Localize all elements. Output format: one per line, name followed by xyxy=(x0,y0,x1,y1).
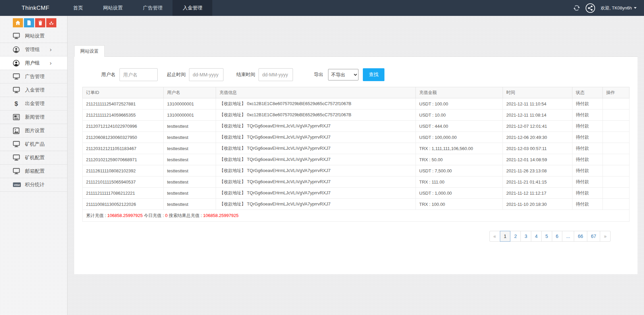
chevron-right-icon: › xyxy=(50,60,52,66)
sidebar-item-8[interactable]: 矿机产品 xyxy=(0,138,67,151)
monitor-icon xyxy=(13,33,21,39)
trash-icon[interactable] xyxy=(35,18,45,27)
pagination-prev[interactable]: « xyxy=(489,231,500,242)
cumulative-value: 106858.25997925 xyxy=(107,213,143,218)
table-body: 21121111125407252788113100000001【收款地址】 0… xyxy=(83,98,629,210)
content-card: 用户名 起止时间 结束时间 导出 不导出 查找 订单ID用户名充值信息充值金额时… xyxy=(74,56,638,274)
dollar-icon: $ xyxy=(13,100,21,107)
search-button[interactable]: 查找 xyxy=(363,68,384,81)
sidebar-item-label: 入金管理 xyxy=(25,87,45,93)
today-label: 今日充值 : xyxy=(143,213,165,218)
file-icon[interactable] xyxy=(24,18,34,27)
pagination-page-66[interactable]: 66 xyxy=(574,231,587,242)
search-total-value: 106858.25997925 xyxy=(203,213,239,218)
action-cell xyxy=(603,154,629,165)
action-cell xyxy=(603,121,629,132)
orders-table: 订单ID用户名充值信息充值金额时间状态操作 211211111254072527… xyxy=(82,87,629,210)
amount-cell: USDT : 100,000.00 xyxy=(416,132,503,143)
monitor-icon xyxy=(13,154,21,161)
amount-cell: TRX : 100.00 xyxy=(416,199,503,210)
column-header-4: 时间 xyxy=(503,87,572,98)
brand-logo[interactable]: ThinkCMF xyxy=(0,0,63,16)
table-row: 211110081130052122026testtesttest【收款地址】 … xyxy=(83,199,629,210)
visa-icon: VISA xyxy=(13,182,21,188)
status-cell: 待付款 xyxy=(572,165,603,176)
user-icon xyxy=(13,46,21,53)
tab-site-settings[interactable]: 网站设置 xyxy=(74,45,105,57)
nav-item-0[interactable]: 首页 xyxy=(63,0,93,16)
top-navbar: ThinkCMF 首页网站设置广告管理入金管理 欢迎, TK08yn6h xyxy=(0,0,644,16)
sidebar-item-5[interactable]: $出金管理 xyxy=(0,97,67,111)
recharge-info-cell: 【收款地址】 TQrGg6oeavEHrmLJcVLiVgVA7yprrvRXJ… xyxy=(216,143,416,154)
sidebar-item-4[interactable]: 入金管理 xyxy=(0,83,67,97)
pagination-page-3[interactable]: 3 xyxy=(520,231,531,242)
refresh-icon[interactable] xyxy=(573,5,580,11)
order-id-cell: 211201021259070668971 xyxy=(83,154,164,165)
time-cell: 2021-11-10 20:18:30 xyxy=(503,199,572,210)
pagination-page-6[interactable]: 6 xyxy=(552,231,563,242)
sidebar-item-3[interactable]: 广告管理 xyxy=(0,70,67,83)
recharge-info-cell: 【收款地址】 TQrGg6oeavEHrmLJcVLiVgVA7yprrvRXJ… xyxy=(216,176,416,188)
table-row: 211126111108082102392testtesttest【收款地址】 … xyxy=(83,165,629,176)
sidebar-item-0[interactable]: 网站设置 xyxy=(0,29,67,43)
column-header-5: 状态 xyxy=(572,87,603,98)
sidebar-item-11[interactable]: VISA积分统计 xyxy=(0,178,67,192)
table-row: 211112111117086212221testtesttest【收款地址】 … xyxy=(83,188,629,199)
username-input[interactable] xyxy=(119,68,158,81)
pagination-page-2[interactable]: 2 xyxy=(510,231,521,242)
sidebar-item-label: 新闻管理 xyxy=(25,114,45,120)
order-id-cell: 211121011115065940537 xyxy=(83,176,164,188)
username-cell: testtesttest xyxy=(164,188,216,199)
table-row: 211121011115065940537testtesttest【收款地址】 … xyxy=(83,176,629,188)
end-time-label: 结束时间 xyxy=(236,72,255,78)
end-date-input[interactable] xyxy=(259,68,293,81)
pagination-page-1[interactable]: 1 xyxy=(500,231,511,242)
nav-item-1[interactable]: 网站设置 xyxy=(93,0,133,16)
time-cell: 2021-11-26 23:13:08 xyxy=(503,165,572,176)
filter-form: 用户名 起止时间 结束时间 导出 不导出 查找 xyxy=(82,68,629,81)
sidebar-item-label: 矿机配置 xyxy=(25,154,45,161)
user-menu[interactable]: 欢迎, TK08yn6h xyxy=(601,5,637,11)
sidebar-item-label: 积分统计 xyxy=(25,181,45,188)
sidebar-item-2[interactable]: 用户组› xyxy=(0,56,67,70)
export-select[interactable]: 不导出 xyxy=(328,69,358,80)
home-icon[interactable] xyxy=(13,18,23,27)
recharge-info-cell: 【收款地址】 TQrGg6oeavEHrmLJcVLiVgVA7yprrvRXJ… xyxy=(216,154,416,165)
table-row: 21121111125407252788113100000001【收款地址】 0… xyxy=(83,98,629,110)
tab-bar: 网站设置 xyxy=(74,45,638,56)
news-icon xyxy=(13,114,21,120)
sidebar-item-label: 管理组 xyxy=(25,46,40,53)
pagination-page-67[interactable]: 67 xyxy=(587,231,600,242)
time-cell: 2021-12-06 20:49:30 xyxy=(503,132,572,143)
start-date-input[interactable] xyxy=(189,68,223,81)
user-icon xyxy=(13,60,21,67)
sidebar-item-7[interactable]: 图片设置 xyxy=(0,124,67,138)
cumulative-label: 累计充值 : xyxy=(86,213,107,218)
navbar-menu: 首页网站设置广告管理入金管理 xyxy=(63,0,212,16)
recharge-info-cell: 【收款地址】 TQrGg6oeavEHrmLJcVLiVgVA7yprrvRXJ… xyxy=(216,188,416,199)
nav-item-2[interactable]: 广告管理 xyxy=(133,0,172,16)
pagination-page-5[interactable]: 5 xyxy=(541,231,552,242)
user-avatar[interactable] xyxy=(585,3,595,13)
sidebar-item-9[interactable]: 矿机配置 xyxy=(0,151,67,165)
sidebar-toolbar xyxy=(0,16,67,29)
sidebar-item-1[interactable]: 管理组› xyxy=(0,43,67,56)
order-id-cell: 211203121211051183467 xyxy=(83,143,164,154)
time-cell: 2021-12-11 11:10:54 xyxy=(503,98,572,110)
sidebar-item-label: 矿机产品 xyxy=(25,141,45,147)
sidebar-item-10[interactable]: 邮箱配置 xyxy=(0,165,67,178)
status-cell: 待付款 xyxy=(572,143,603,154)
sidebar-item-6[interactable]: 新闻管理 xyxy=(0,111,67,124)
status-cell: 待付款 xyxy=(572,199,603,210)
recharge-info-cell: 【收款地址】 0xc12B1E1C8e60757029bBE6529d65cC7… xyxy=(216,110,416,121)
recycle-icon[interactable] xyxy=(46,18,56,27)
order-id-cell: 211206081230060327950 xyxy=(83,132,164,143)
svg-text:$: $ xyxy=(15,100,18,107)
pagination-page-4[interactable]: 4 xyxy=(531,231,542,242)
pagination-next[interactable]: » xyxy=(600,231,611,242)
nav-item-3[interactable]: 入金管理 xyxy=(172,0,212,16)
username-cell: 13100000001 xyxy=(164,98,216,110)
monitor-icon xyxy=(13,168,21,174)
time-cell: 2021-12-11 11:08:14 xyxy=(503,110,572,121)
sidebar-item-label: 网站设置 xyxy=(25,33,45,39)
